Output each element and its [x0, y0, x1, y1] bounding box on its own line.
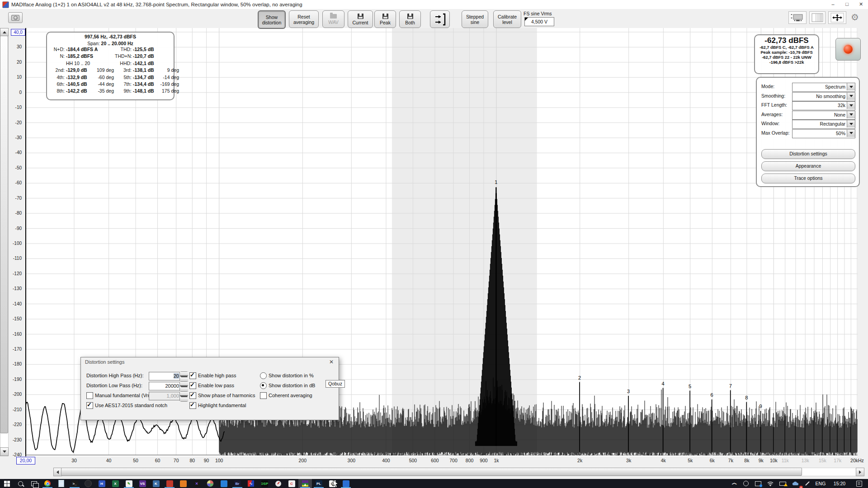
reset-averaging-button[interactable]: Resetaveraging [289, 10, 319, 28]
taskbar-item-rew-spectrum[interactable]: ▲ [298, 479, 312, 488]
keepass-icon: K [153, 480, 160, 487]
taskbar-item-keepass[interactable]: K [149, 479, 163, 488]
stepped-sine-button[interactable]: Steppedsine [462, 10, 488, 28]
taskbar-item-disk-utility[interactable]: H [95, 479, 108, 488]
taskbar-item-github[interactable] [81, 479, 95, 488]
y-tick-label: -70 [6, 196, 22, 201]
show-phase-checkbox[interactable] [189, 392, 196, 399]
pan-arrows-icon[interactable] [828, 11, 846, 24]
taskbar-item-pl-tool[interactable]: PL [312, 479, 326, 488]
coherent-averaging-checkbox[interactable] [260, 392, 267, 399]
svg-text:5: 5 [689, 384, 691, 389]
svg-text:6: 6 [711, 392, 713, 398]
trace-options-button[interactable]: Trace options [761, 174, 855, 183]
distortion-settings-button[interactable]: Distortion settings [761, 149, 855, 159]
chevron-down-icon[interactable] [847, 102, 855, 109]
taskbar-item-visual-studio[interactable]: VS [136, 479, 149, 488]
scroll-down-button[interactable] [0, 447, 9, 456]
battery-warning-icon[interactable] [777, 479, 788, 488]
chevron-down-icon[interactable] [847, 93, 855, 100]
loopback-toggle-button[interactable] [430, 10, 450, 28]
highlight-fundamental-checkbox[interactable] [189, 402, 196, 409]
dropdown-averages[interactable]: None [792, 111, 855, 120]
taskbar-item-gauge-tool[interactable] [271, 479, 285, 488]
chevron-down-icon[interactable] [847, 83, 855, 90]
low-pass-field[interactable]: 20000 [149, 382, 181, 390]
manual-fundamental-stepper[interactable] [179, 392, 185, 400]
wav-save-button[interactable]: WAV [322, 10, 344, 28]
taskbar-item-adobe-bridge[interactable]: Br [231, 479, 244, 488]
high-pass-field[interactable]: 20 [149, 372, 181, 380]
close-button[interactable]: ✕ [854, 0, 868, 9]
taskbar-item-terminal[interactable]: >_ [68, 479, 81, 488]
wifi-icon[interactable] [765, 479, 776, 488]
high-pass-stepper[interactable] [179, 372, 185, 380]
dropdown-maxoverlap[interactable]: 50% [792, 129, 855, 138]
dropdown-smoothing[interactable]: No smoothing [792, 92, 855, 101]
save-both-button[interactable]: Both [399, 10, 421, 28]
taskbar-item-task-view[interactable] [27, 479, 41, 488]
pen-icon[interactable] [802, 479, 813, 488]
hidden-icons-chevron[interactable]: ❭ [729, 479, 739, 488]
chevron-down-icon[interactable] [847, 130, 855, 137]
save-current-button[interactable]: Current [348, 10, 373, 28]
scroll-right-button[interactable] [856, 468, 864, 476]
taskbar-item-purple-x[interactable]: ✕ [190, 479, 203, 488]
chevron-down-icon[interactable] [847, 120, 855, 127]
taskbar-item-search[interactable] [14, 479, 27, 488]
stat-cell: HH 10 .. 20 [66, 60, 115, 67]
taskbar-item-c-tool[interactable]: C [285, 479, 298, 488]
screenshot-button[interactable] [8, 12, 23, 23]
aes17-notch-checkbox[interactable] [86, 402, 93, 409]
dropdown-fftlength[interactable]: 32k [792, 101, 855, 110]
manual-fundamental-field[interactable]: 1,000 [149, 392, 181, 400]
appearance-button[interactable]: Appearance [761, 161, 855, 171]
dropdown-mode[interactable]: Spectrum [792, 83, 855, 92]
screen-share-icon[interactable] [752, 479, 764, 488]
taskbar-item-chrome[interactable] [41, 479, 54, 488]
distortion-stats: N+D:-184,4 dBFS ATHD:-125,5 dBN:-185,2 d… [47, 46, 174, 95]
taskbar-item-window-app[interactable] [339, 479, 353, 488]
dropdown-window[interactable]: Rectangular [792, 120, 855, 129]
settings-gear-icon[interactable]: ⚙ [848, 11, 862, 23]
low-pass-stepper[interactable] [179, 382, 185, 390]
display-scale-icon[interactable] [788, 11, 807, 24]
show-distortion-button[interactable]: Showdistortion [258, 10, 286, 29]
enable-low-pass-checkbox[interactable] [189, 382, 196, 389]
calibrate-level-button[interactable]: Calibratelevel [493, 10, 521, 28]
band-display-icon[interactable] [809, 11, 826, 24]
cloud-error-icon[interactable]: ✕ [789, 479, 801, 488]
scroll-up-button[interactable] [0, 28, 9, 36]
taskbar-item-audio-waveform[interactable]: ∿ [244, 479, 258, 488]
taskbar-item-installer[interactable] [176, 479, 190, 488]
vertical-scroll-thumb[interactable] [0, 36, 8, 433]
clock[interactable]: 15:20 [830, 479, 849, 488]
enable-high-pass-checkbox[interactable] [189, 372, 196, 379]
taskbar-item-palette[interactable] [203, 479, 217, 488]
taskbar-item-red-utility[interactable] [163, 479, 176, 488]
y-axis-max-field[interactable]: 40,0 [11, 29, 25, 36]
start-button[interactable] [0, 479, 14, 488]
fs-sine-value-field[interactable]: 4,500 V [524, 17, 554, 26]
minimize-button[interactable]: – [826, 0, 840, 9]
x-axis-min-field[interactable]: 20,00 [16, 457, 35, 465]
chevron-down-icon[interactable] [847, 111, 855, 118]
show-distortion-percent-radio[interactable] [260, 372, 267, 379]
record-button[interactable] [835, 38, 861, 61]
maximize-button[interactable]: □ [840, 0, 854, 9]
taskbar-item-excel[interactable]: X [108, 479, 122, 488]
taskbar-item-text-editor[interactable]: ✎ [122, 479, 136, 488]
svg-text:2: 2 [578, 375, 581, 380]
people-icon[interactable] [741, 479, 751, 488]
save-peak-button[interactable]: Peak [374, 10, 396, 28]
taskbar-item-dsp-tool[interactable]: DSP [258, 479, 271, 488]
manual-fundamental-checkbox[interactable] [86, 392, 93, 399]
dialog-title-bar[interactable]: Distortion settings [81, 357, 339, 367]
taskbar-item-notepad[interactable] [54, 479, 68, 488]
horizontal-scroll-thumb[interactable] [61, 468, 802, 476]
dialog-close-button[interactable]: ✕ [325, 358, 338, 367]
language-indicator[interactable]: ENG [813, 479, 828, 488]
show-distortion-db-radio[interactable] [260, 382, 267, 389]
notifications-icon[interactable] [853, 479, 865, 488]
taskbar-item-devices[interactable] [217, 479, 231, 488]
